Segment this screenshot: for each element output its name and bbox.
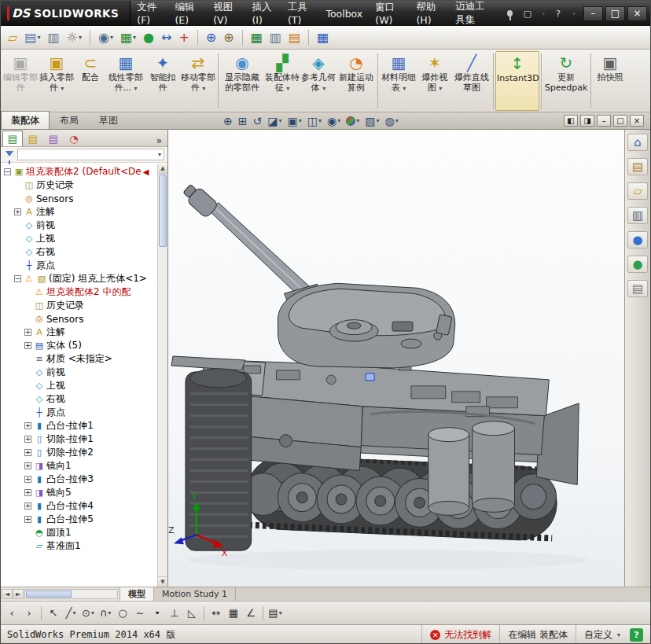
display-style-icon[interactable]: ◫▾ (305, 112, 324, 129)
grid-icon[interactable]: ▦ (226, 605, 241, 622)
tree-expander-icon[interactable]: + (24, 502, 31, 510)
tree-expander-icon[interactable]: + (24, 476, 31, 483)
print-preview-icon[interactable]: ▥ (267, 28, 284, 47)
tree-item-boss-extrude4[interactable]: +▮凸台-拉伸4 (2, 499, 156, 513)
tree-item-right-plane[interactable]: ◇右视 (2, 245, 156, 259)
scenes-icon[interactable]: ● (627, 256, 648, 273)
tree-item-boss-extrude5[interactable]: +▮凸台-拉伸5 (2, 513, 156, 526)
menu-item[interactable]: 帮助(H) (410, 1, 449, 26)
explode-line-sketch-button[interactable]: ╱爆炸直线草图 (452, 51, 491, 111)
tree-item-annotations[interactable]: +A注解 (2, 326, 156, 339)
tree-expander-icon[interactable]: + (24, 462, 31, 469)
close-button[interactable]: × (627, 6, 647, 21)
tree-item-material[interactable]: ≡材质 <未指定> (2, 352, 156, 366)
tree-expander-icon[interactable]: + (24, 436, 31, 443)
propertymanager-tab[interactable]: ▤ (23, 131, 43, 146)
tree-item-mirror1[interactable]: +◨镜向1 (2, 459, 156, 473)
minimize-button[interactable]: – (583, 6, 603, 21)
smart-fasteners-button[interactable]: ✦智能扣件 (145, 51, 180, 111)
pane-left-icon[interactable]: ◧ (564, 115, 578, 127)
material-grid-icon[interactable]: ▦▾ (118, 28, 138, 47)
chevron-down-icon[interactable]: ▾ (536, 6, 550, 20)
help-icon[interactable]: ? (551, 6, 565, 20)
tree-expander-icon[interactable]: + (24, 489, 31, 496)
show-hidden-components-button[interactable]: ◉显示隐藏的零部件 (220, 51, 264, 111)
tree-item-history[interactable]: ◫历史记录 (2, 299, 156, 312)
perpendicular-icon[interactable]: ⊥ (167, 605, 182, 622)
tree-expander-icon[interactable]: + (14, 208, 21, 215)
point-icon[interactable]: • (149, 605, 165, 622)
assembly-features-button[interactable]: ▞装配体特征 ▾ (264, 51, 300, 111)
menu-item[interactable]: 视图(V) (207, 1, 245, 26)
menu-item[interactable]: 文件(F) (131, 1, 168, 26)
solver-warning[interactable]: ✕ 无法找到解 (421, 625, 499, 644)
tree-expander-icon[interactable]: + (24, 449, 31, 456)
menu-item[interactable]: 编辑(E) (168, 1, 207, 26)
appearances-icon[interactable]: ● (627, 231, 648, 248)
scroll-up-icon[interactable]: ▲ (158, 164, 167, 174)
pane-right-icon[interactable]: ◨ (580, 115, 594, 127)
section-view-icon[interactable]: ◪▾ (265, 112, 284, 129)
view-orientation-icon[interactable]: ▣▾ (285, 112, 303, 129)
scroll-right-icon[interactable]: ► (13, 589, 24, 599)
tree-expander-icon[interactable]: + (24, 516, 31, 523)
tree-expander-icon[interactable]: − (14, 275, 21, 282)
tree-expander-icon[interactable]: − (4, 168, 11, 175)
featuremanager-tab[interactable]: ▤ (2, 131, 23, 146)
tree-expander-icon[interactable]: + (24, 342, 31, 349)
doc-minimize-icon[interactable]: – (597, 115, 611, 127)
instant3d-button[interactable]: ↕Instant3D (495, 51, 539, 111)
tree-item-part[interactable]: −⚠▧(固定) 坦克上壳体<1> (2, 272, 156, 285)
filter-funnel-icon[interactable] (6, 151, 13, 156)
tree-item-annotations[interactable]: +A注解 (2, 205, 156, 219)
tree-item-front-plane[interactable]: ◇前视 (2, 366, 156, 379)
displaymanager-tab[interactable]: ◔ (64, 131, 84, 146)
zoom-area-icon[interactable]: ⊞ (236, 112, 250, 129)
view-settings-icon[interactable]: ◍▾ (382, 112, 400, 129)
document-tab[interactable]: 装配体 (1, 111, 50, 129)
tree-scrollbar[interactable]: ▲ ▼ (157, 164, 167, 587)
menu-item[interactable]: 插入(I) (245, 1, 281, 26)
doc-close-icon[interactable]: × (630, 115, 644, 127)
new-motion-study-button[interactable]: ◔新建运动算例 (337, 51, 376, 111)
toolbar-scroll-right-icon[interactable]: › (21, 605, 37, 622)
configurationmanager-tab[interactable]: ▤ (43, 131, 64, 146)
hide-show-items-icon[interactable]: ◉▾ (325, 112, 343, 129)
smart-dimension-icon[interactable]: ↔ (208, 605, 224, 622)
tree-item-cut-extrude2[interactable]: +▯切除-拉伸2 (2, 446, 156, 459)
new-document-icon[interactable]: ▢ (520, 6, 535, 20)
tree-item-sensors[interactable]: ◎Sensors (2, 192, 156, 205)
menu-item[interactable]: Toolbox (319, 1, 369, 26)
document-tab[interactable]: 草图 (89, 111, 128, 129)
scroll-down-icon[interactable]: ▼ (158, 576, 167, 587)
tree-item-top-plane[interactable]: ◇上视 (2, 232, 156, 245)
insert-components-button[interactable]: ▣插入零部件 ▾ (39, 51, 75, 111)
edit-appearance-icon[interactable]: ▾ (344, 112, 362, 129)
zoom-fit-icon[interactable]: ⊕ (221, 112, 235, 129)
linear-component-pattern-button[interactable]: ▦线性零部件... ▾ (106, 51, 145, 111)
tank-model[interactable]: Y X Z (168, 130, 624, 587)
help-badge-icon[interactable]: ? (630, 628, 643, 642)
arc-icon[interactable]: ∩▾ (97, 605, 113, 622)
bill-of-materials-button[interactable]: ▦材料明细表 ▾ (380, 51, 417, 111)
custom-properties-icon[interactable]: ▤ (627, 280, 648, 297)
mate-button[interactable]: ⊂配合 (75, 51, 106, 111)
zoom-icon[interactable]: ⊕ (204, 28, 219, 47)
doc-restore-icon[interactable]: □ (613, 115, 627, 127)
apply-scene-icon[interactable]: ▨▾ (362, 112, 381, 129)
ellipse-icon[interactable]: ○ (115, 605, 131, 622)
update-speedpak-button[interactable]: ↻更新 Speedpak (543, 51, 589, 111)
tree-item-front-plane[interactable]: ◇前视 (2, 219, 156, 232)
maximize-button[interactable]: □ (605, 6, 625, 21)
custom-status[interactable]: 自定义 ▾ (576, 625, 628, 644)
chevron-down-icon[interactable]: ▾ (567, 6, 581, 20)
tree-item-right-plane[interactable]: ◇右视 (2, 392, 156, 406)
tree-expander-icon[interactable]: + (24, 422, 31, 429)
design-library-icon[interactable]: ▤ (627, 158, 648, 175)
tree-item-cut-extrude1[interactable]: +▯切除-拉伸1 (2, 432, 156, 446)
open-icon[interactable]: ▱ (6, 28, 20, 47)
tree-item-boss-extrude1[interactable]: +▮凸台-拉伸1 (2, 419, 156, 432)
panel-expand-chevron[interactable]: » (151, 135, 167, 146)
spline-icon[interactable]: ~ (132, 605, 148, 622)
search-icon[interactable]: ⊕ (221, 28, 236, 47)
